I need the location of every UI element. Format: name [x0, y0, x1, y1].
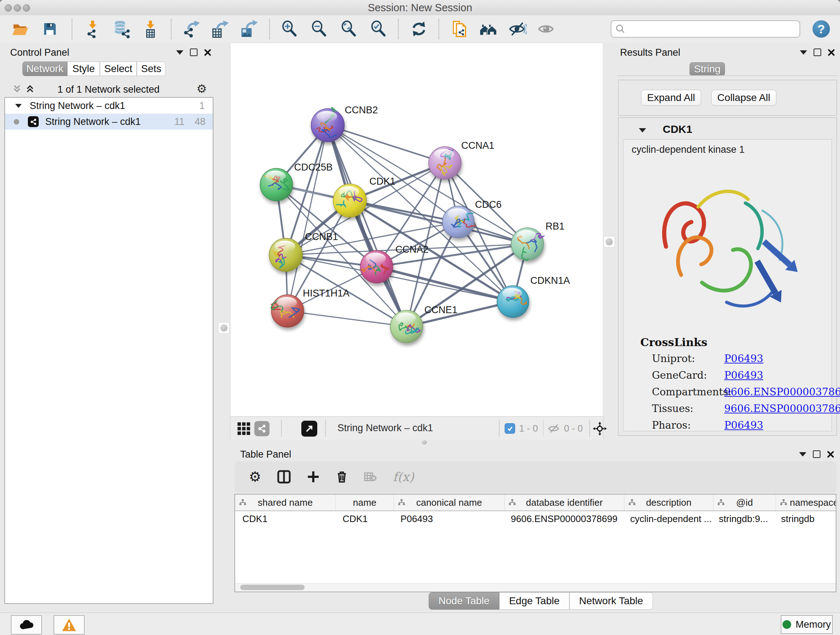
function-builder-icon: f(x): [393, 470, 414, 484]
network-edge-HIST1H1A-CCNE1[interactable]: [287, 311, 407, 326]
collection-disclosure-icon[interactable]: [15, 104, 22, 108]
tab-sets[interactable]: Sets: [137, 62, 166, 76]
results-panel-maximize-icon[interactable]: [813, 49, 821, 56]
birdseye-grid-icon[interactable]: [237, 422, 251, 435]
scrollbar-thumb[interactable]: [240, 585, 305, 590]
network-node-CCNA1[interactable]: CCNA1: [429, 140, 494, 179]
table-cell[interactable]: CDK1: [235, 511, 335, 526]
results-actions-box: Expand All Collapse All: [618, 80, 837, 116]
show-columns-icon[interactable]: [277, 470, 291, 484]
global-search-field[interactable]: [611, 20, 800, 38]
table-cell[interactable]: stringdb: [774, 511, 836, 526]
zoom-selected-icon[interactable]: [369, 19, 388, 38]
warnings-button[interactable]: [54, 615, 85, 635]
genemania-houses-icon[interactable]: [479, 19, 498, 38]
cloud-status-button[interactable]: [11, 615, 42, 635]
control-panel: Control Panel NetworkStyleSelectSets 1 o…: [0, 43, 218, 613]
selected-checkbox-icon[interactable]: [505, 423, 515, 434]
network-node-HIST1H1A[interactable]: HIST1H1A: [271, 288, 349, 327]
column-header-name[interactable]: name: [336, 494, 394, 510]
import-network-database-icon[interactable]: [112, 19, 131, 38]
crosslink-label: Pharos:: [652, 419, 691, 431]
tab-select[interactable]: Select: [100, 62, 137, 76]
network-node-CCNB2[interactable]: CCNB2: [311, 105, 378, 142]
expand-all-button[interactable]: Expand All: [641, 90, 701, 106]
network-node-CDC6[interactable]: CDC6: [442, 199, 502, 238]
column-type-icon: [780, 499, 788, 507]
control-panel-maximize-icon[interactable]: [190, 49, 197, 56]
table-cell[interactable]: 9606.ENSP00000378699: [504, 511, 623, 526]
column-header-namespace[interactable]: namespace: [776, 494, 836, 510]
tab-network-table[interactable]: Network Table: [569, 592, 653, 610]
table-panel-maximize-icon[interactable]: [813, 450, 821, 458]
memory-button[interactable]: Memory: [781, 615, 833, 634]
hide-selected-eye-icon[interactable]: [508, 19, 527, 38]
tab-network[interactable]: Network: [22, 62, 67, 76]
open-session-icon[interactable]: [11, 19, 30, 38]
string-style-icon[interactable]: [254, 421, 270, 436]
table-horizontal-scrollbar[interactable]: [235, 583, 836, 592]
crosslink-value-link[interactable]: P06493: [724, 369, 763, 381]
tab-node-table[interactable]: Node Table: [429, 592, 499, 610]
column-header--id[interactable]: @id: [714, 494, 776, 510]
network-tree: String Network – cdk1 1 String Network –…: [4, 97, 213, 604]
open-in-window-icon[interactable]: [302, 421, 317, 437]
network-canvas[interactable]: CCNB2 CCNA1 CDC25B CDK1 CDC6 RB1 CCNB1: [230, 43, 603, 417]
network-collection-row[interactable]: String Network – cdk1 1: [5, 98, 213, 114]
network-node-CDKN1A[interactable]: CDKN1A: [497, 275, 570, 318]
right-splitter[interactable]: [603, 43, 615, 445]
crosslink-value-link[interactable]: P06493: [724, 419, 763, 431]
column-header-shared-name[interactable]: shared name: [235, 494, 336, 510]
control-panel-close-icon[interactable]: [204, 49, 211, 56]
table-panel-close-icon[interactable]: [827, 451, 834, 458]
fit-content-crosshair-icon[interactable]: [592, 421, 607, 436]
table-cell[interactable]: cyclin-dependent ...: [623, 511, 712, 526]
zoom-out-icon[interactable]: [309, 19, 328, 38]
gene-disclosure-icon[interactable]: [639, 128, 646, 133]
table-panel-float-icon[interactable]: [799, 452, 806, 456]
network-node-RB1[interactable]: RB1: [511, 221, 565, 260]
import-network-file-icon[interactable]: [83, 19, 102, 38]
left-splitter[interactable]: [217, 43, 230, 613]
network-selection-status: 1 of 1 Network selected: [0, 84, 217, 95]
help-button[interactable]: ?: [813, 20, 830, 38]
gene-description: cyclin-dependent kinase 1: [632, 144, 745, 155]
delete-column-trash-icon[interactable]: [336, 470, 348, 484]
table-row[interactable]: CDK1CDK1P064939606.ENSP00000378699cyclin…: [235, 511, 836, 526]
control-panel-float-icon[interactable]: [176, 50, 183, 55]
network-options-gear-icon[interactable]: ⚙: [196, 82, 207, 96]
table-options-gear-icon[interactable]: ⚙: [249, 469, 261, 485]
crosslink-value-link[interactable]: 9606.ENSP00000378699: [724, 402, 840, 415]
import-table-file-icon[interactable]: [141, 19, 160, 38]
results-panel-float-icon[interactable]: [800, 50, 807, 55]
search-input[interactable]: [626, 23, 796, 35]
network-edge-CCNB2-RB1[interactable]: [328, 125, 527, 244]
collapse-all-button[interactable]: Collapse All: [711, 90, 776, 106]
column-header-description[interactable]: description: [624, 494, 714, 510]
tab-style[interactable]: Style: [67, 62, 100, 76]
create-column-plus-icon[interactable]: [307, 470, 320, 484]
network-row-selected[interactable]: String Network – cdk1 11 48: [5, 114, 213, 130]
show-all-eye-icon[interactable]: [537, 19, 556, 38]
export-network-icon[interactable]: [182, 19, 201, 38]
table-cell[interactable]: CDK1: [335, 511, 393, 526]
column-header-database-identifier[interactable]: database identifier: [505, 494, 624, 510]
crosslink-value-link[interactable]: P06493: [724, 353, 763, 364]
duplicate-network-icon[interactable]: [450, 19, 469, 38]
save-session-icon[interactable]: [41, 19, 59, 38]
refresh-view-icon[interactable]: [409, 19, 428, 38]
results-panel-close-icon[interactable]: [828, 49, 835, 56]
tab-string[interactable]: String: [690, 62, 725, 76]
zoom-fit-icon[interactable]: [339, 19, 358, 38]
node-table: shared namenamecanonical namedatabase id…: [234, 494, 836, 592]
zoom-in-icon[interactable]: [280, 19, 299, 38]
crosslink-value-link[interactable]: 9606.ENSP00000378699: [724, 386, 840, 398]
column-header-canonical-name[interactable]: canonical name: [394, 494, 505, 510]
table-cell[interactable]: P06493: [393, 511, 504, 526]
export-image-icon[interactable]: [240, 19, 258, 38]
tab-edge-table[interactable]: Edge Table: [499, 592, 569, 610]
table-cell[interactable]: stringdb:9...: [712, 511, 774, 526]
hidden-counts: 0 - 0: [564, 423, 583, 434]
export-table-icon[interactable]: [210, 19, 229, 38]
network-edge-CCNB2-CCNA1[interactable]: [328, 125, 445, 163]
